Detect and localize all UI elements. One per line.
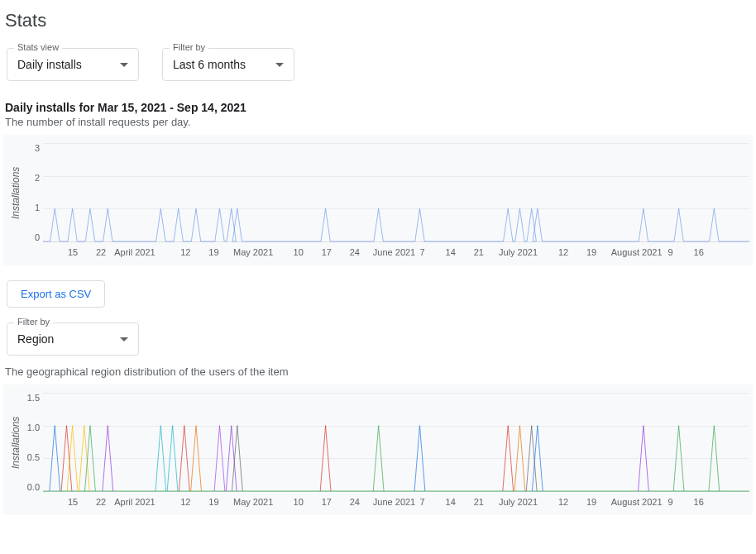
x-tick: August 2021 xyxy=(611,497,663,507)
installs-series-line xyxy=(43,208,749,241)
region-series-spike xyxy=(103,426,113,491)
installs-xaxis: 1522April 20211219May 2021101724June 202… xyxy=(73,247,749,259)
region-series-spike xyxy=(320,426,331,491)
region-series-spike xyxy=(503,426,514,491)
x-tick: 17 xyxy=(322,247,332,257)
x-tick: 7 xyxy=(420,497,425,507)
region-series-spike xyxy=(179,426,189,491)
y-tick: 3 xyxy=(25,143,40,153)
x-tick: 22 xyxy=(96,247,106,257)
installs-chart-title: Daily installs for Mar 15, 2021 - Sep 14… xyxy=(5,101,753,114)
x-tick: 17 xyxy=(322,497,332,507)
x-tick: April 2021 xyxy=(114,497,156,507)
x-tick: 24 xyxy=(350,497,360,507)
x-tick: 12 xyxy=(180,247,190,257)
region-filter-select[interactable]: Filter by Region xyxy=(7,322,139,356)
x-tick: 21 xyxy=(474,497,484,507)
region-series-spike xyxy=(50,426,60,491)
region-series-spike xyxy=(373,426,384,491)
region-series-spike xyxy=(156,426,166,491)
x-tick: 22 xyxy=(96,497,106,507)
x-tick: May 2021 xyxy=(233,497,273,507)
region-chart-section: Installations 1.51.00.50.0 1522April 202… xyxy=(3,384,753,515)
x-tick: July 2021 xyxy=(499,497,538,507)
x-tick: June 2021 xyxy=(373,247,415,257)
x-tick: 16 xyxy=(694,247,704,257)
x-tick: 19 xyxy=(208,247,218,257)
installs-plot-area[interactable] xyxy=(43,143,749,242)
chevron-down-icon xyxy=(275,63,284,67)
chevron-down-icon xyxy=(120,63,128,67)
region-xaxis: 1522April 20211219May 2021101724June 202… xyxy=(73,497,749,509)
region-series-spike xyxy=(514,426,525,491)
region-series-spike xyxy=(526,426,537,491)
x-tick: 14 xyxy=(446,497,456,507)
filter-by-select[interactable]: Filter by Last 6 months xyxy=(162,48,294,81)
installs-chart-subtitle: The number of install requests per day. xyxy=(5,116,753,128)
region-series-spike xyxy=(709,426,720,491)
region-series-spike xyxy=(67,426,78,491)
x-tick: 24 xyxy=(350,247,360,257)
x-tick: 9 xyxy=(668,497,673,507)
x-tick: 14 xyxy=(446,247,456,257)
chevron-down-icon xyxy=(120,337,128,341)
x-tick: June 2021 xyxy=(373,497,415,507)
x-tick: August 2021 xyxy=(611,247,663,257)
installs-ylabel: Installations xyxy=(7,143,25,242)
y-tick: 1.5 xyxy=(25,393,40,403)
region-series-spike xyxy=(673,426,684,491)
x-tick: 9 xyxy=(668,247,673,257)
region-series-spike xyxy=(232,426,242,491)
installs-chart-frame: Installations 3210 1522April 20211219May… xyxy=(3,135,753,265)
x-tick: 12 xyxy=(558,247,568,257)
export-csv-button[interactable]: Export as CSV xyxy=(7,280,105,308)
y-tick: 1.0 xyxy=(25,423,40,432)
y-tick: 1 xyxy=(25,203,40,213)
region-series-spike xyxy=(79,426,89,491)
y-tick: 0.5 xyxy=(25,452,40,462)
region-yaxis: 1.51.00.50.0 xyxy=(25,393,43,492)
filter-by-value: Last 6 months xyxy=(173,58,246,71)
x-tick: 21 xyxy=(474,247,484,257)
filter-by-legend: Filter by xyxy=(170,42,208,52)
region-series-spike xyxy=(61,426,72,491)
x-tick: 12 xyxy=(180,497,190,507)
y-tick: 2 xyxy=(25,173,40,183)
y-tick: 0.0 xyxy=(25,482,40,492)
x-tick: July 2021 xyxy=(499,247,538,257)
stats-view-legend: Stats view xyxy=(14,42,62,52)
x-tick: 15 xyxy=(68,497,78,507)
region-ylabel: Installations xyxy=(7,393,25,492)
stats-view-value: Daily installs xyxy=(17,58,82,71)
installs-chart-section: Daily installs for Mar 15, 2021 - Sep 14… xyxy=(3,101,753,265)
page-title: Stats xyxy=(5,10,753,31)
region-series-spike xyxy=(226,426,237,491)
region-chart-subtitle: The geographical region distribution of … xyxy=(5,365,753,378)
region-series-spike xyxy=(214,426,225,491)
x-tick: 19 xyxy=(586,247,596,257)
region-series-spike xyxy=(532,426,543,491)
x-tick: 10 xyxy=(294,497,304,507)
region-controls-row: Filter by Region xyxy=(7,322,753,356)
region-plot-area[interactable] xyxy=(43,393,749,492)
x-tick: 10 xyxy=(294,247,304,257)
x-tick: 19 xyxy=(208,497,218,507)
region-series-spike xyxy=(167,426,178,491)
x-tick: 19 xyxy=(586,497,596,507)
y-tick: 0 xyxy=(25,232,40,242)
region-chart-frame: Installations 1.51.00.50.0 1522April 202… xyxy=(3,384,753,515)
region-series-spike xyxy=(85,426,96,491)
installs-yaxis: 3210 xyxy=(25,143,43,242)
top-controls-row: Stats view Daily installs Filter by Last… xyxy=(7,48,753,81)
region-series-spike xyxy=(414,426,425,491)
region-filter-value: Region xyxy=(17,332,54,346)
region-series-spike xyxy=(638,426,648,491)
x-tick: 16 xyxy=(694,497,704,507)
region-filter-legend: Filter by xyxy=(14,317,53,327)
x-tick: 15 xyxy=(68,247,78,257)
stats-view-select[interactable]: Stats view Daily installs xyxy=(7,48,139,81)
x-tick: April 2021 xyxy=(114,247,156,257)
x-tick: 12 xyxy=(558,497,568,507)
x-tick: May 2021 xyxy=(233,247,273,257)
region-series-spike xyxy=(191,426,202,491)
